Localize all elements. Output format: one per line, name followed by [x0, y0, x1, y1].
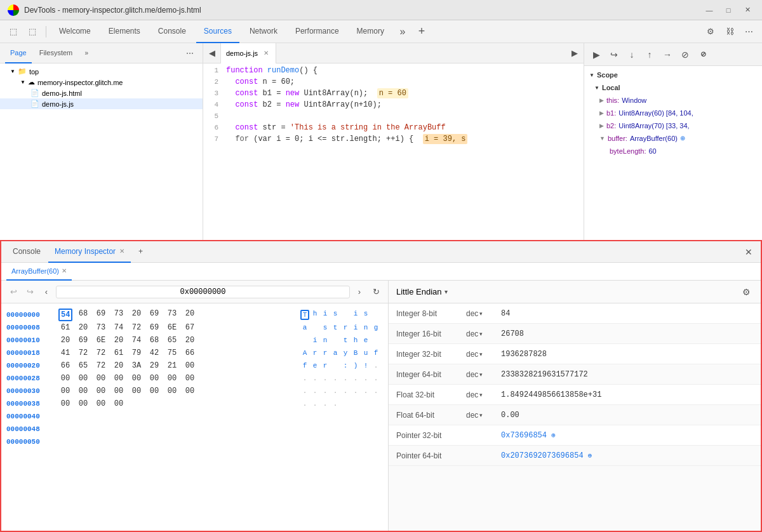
ascii-char[interactable]: . [371, 375, 380, 382]
hex-byte[interactable]: 54 [58, 309, 72, 321]
expand-icon[interactable]: ▶ [599, 121, 604, 131]
file-tab-forward-button[interactable]: ▶ [566, 43, 584, 63]
ascii-char[interactable]: f [300, 362, 309, 369]
hex-byte[interactable]: 69 [147, 323, 161, 333]
hex-byte[interactable]: 20 [183, 309, 197, 321]
ascii-char[interactable]: r [321, 362, 330, 369]
ascii-char[interactable]: . [300, 375, 309, 382]
ascii-char[interactable]: s [331, 310, 340, 320]
address-input[interactable] [56, 286, 350, 298]
ascii-char[interactable] [331, 336, 340, 344]
minimize-button[interactable]: — [702, 3, 716, 17]
inspector-format-float32[interactable]: dec▾ [466, 390, 501, 399]
ascii-char[interactable]: . [331, 375, 340, 382]
ascii-char[interactable]: . [361, 387, 370, 395]
ascii-char[interactable]: . [311, 387, 319, 395]
hex-byte[interactable]: 00 [58, 386, 72, 396]
ascii-char[interactable]: e [361, 336, 370, 344]
hex-byte[interactable]: 00 [58, 399, 72, 409]
tab-filesystem[interactable]: Filesystem [34, 43, 78, 63]
expand-icon[interactable]: ▼ [599, 133, 605, 143]
hex-byte[interactable]: 3A [130, 361, 144, 371]
hex-byte[interactable]: 21 [165, 361, 179, 371]
hex-byte[interactable]: 69 [147, 309, 161, 321]
hex-byte[interactable]: 73 [165, 309, 179, 321]
hex-byte[interactable]: 41 [58, 348, 72, 358]
ascii-char[interactable]: h [311, 310, 319, 320]
device-toggle-button[interactable]: ⬚ [24, 23, 41, 40]
settings-button[interactable]: ⚙ [702, 23, 719, 40]
ascii-char[interactable]: r [341, 324, 350, 331]
ascii-char[interactable]: i [351, 324, 360, 331]
ascii-char[interactable]: A [300, 349, 309, 357]
tab-welcome[interactable]: Welcome [51, 20, 98, 43]
tab-page[interactable]: Page [5, 43, 32, 63]
ascii-char[interactable]: . [311, 400, 319, 408]
bottom-panel-close-button[interactable]: ✕ [742, 245, 756, 259]
more-tabs-button[interactable]: » [394, 23, 411, 40]
remote-devices-button[interactable]: ⛓ [721, 23, 738, 40]
ascii-char[interactable]: . [331, 387, 340, 395]
ascii-char[interactable]: h [351, 336, 360, 344]
hex-byte[interactable]: 00 [112, 373, 126, 383]
hex-byte[interactable]: 66 [183, 348, 197, 358]
hex-byte[interactable]: 00 [112, 386, 126, 396]
more-options-button[interactable]: ⋯ [740, 23, 757, 40]
ascii-char[interactable]: a [331, 349, 340, 357]
ascii-char[interactable]: . [331, 400, 340, 408]
hex-byte[interactable]: 00 [112, 399, 126, 409]
hex-byte[interactable]: 72 [94, 348, 108, 358]
hex-byte[interactable]: 00 [130, 373, 144, 383]
inspector-format-int8[interactable]: dec▾ [466, 309, 501, 318]
expand-icon[interactable]: ▶ [599, 95, 604, 105]
ascii-char[interactable]: ! [361, 362, 370, 369]
hex-byte[interactable]: 74 [130, 335, 144, 345]
hex-byte[interactable]: 29 [147, 361, 161, 371]
hex-byte[interactable]: 73 [94, 323, 108, 333]
file-tab-js[interactable]: demo-js.js ✕ [221, 43, 276, 63]
nav-back-button[interactable]: ‹ [39, 285, 53, 299]
tab-sources[interactable]: Sources [196, 20, 239, 43]
hex-byte[interactable]: 00 [94, 373, 108, 383]
hex-byte[interactable]: 20 [58, 335, 72, 345]
ascii-char[interactable]: . [351, 375, 360, 382]
ascii-char[interactable]: a [300, 324, 309, 331]
inspector-format-float64[interactable]: dec▾ [466, 411, 501, 420]
arraybuffer-tab-close[interactable]: ✕ [62, 267, 67, 274]
dont-pause-on-exceptions-button[interactable]: ⊘ [695, 46, 711, 63]
ascii-char[interactable]: . [321, 387, 330, 395]
ascii-char[interactable]: g [371, 324, 380, 331]
file-tab-back-button[interactable]: ◀ [203, 43, 221, 63]
tree-item-js[interactable]: 📄 demo-js.js [0, 98, 203, 109]
ascii-char[interactable]: . [351, 387, 360, 395]
hex-byte[interactable]: 20 [183, 335, 197, 345]
step-over-button[interactable]: ↪ [606, 46, 622, 63]
inspector-settings-button[interactable]: ⚙ [739, 285, 753, 299]
redo-button[interactable]: ↪ [23, 285, 37, 299]
undo-button[interactable]: ↩ [6, 285, 20, 299]
tab-elements[interactable]: Elements [101, 20, 148, 43]
hex-byte[interactable]: 20 [112, 335, 126, 345]
ascii-char[interactable] [331, 362, 340, 369]
tab-memory-inspector[interactable]: Memory Inspector ✕ [48, 241, 131, 263]
ascii-char[interactable]: . [341, 375, 350, 382]
ascii-char[interactable]: s [361, 310, 370, 320]
ascii-char[interactable]: i [351, 310, 360, 320]
hex-byte[interactable]: 20 [130, 309, 144, 321]
hex-byte[interactable]: 65 [76, 361, 90, 371]
hex-byte[interactable]: 00 [165, 386, 179, 396]
ascii-char[interactable]: . [300, 387, 309, 395]
inspector-format-int64[interactable]: dec▾ [466, 370, 501, 379]
hex-byte[interactable]: 61 [112, 348, 126, 358]
ascii-char[interactable]: . [311, 375, 319, 382]
tab-performance[interactable]: Performance [288, 20, 347, 43]
tree-item-top[interactable]: ▼ 📁 top [0, 66, 203, 77]
ascii-char[interactable] [341, 310, 350, 320]
inspector-format-int32[interactable]: dec▾ [466, 350, 501, 359]
hex-byte[interactable]: 66 [58, 361, 72, 371]
ascii-char[interactable]: . [371, 387, 380, 395]
ascii-char[interactable] [300, 336, 309, 344]
hex-byte[interactable]: 72 [76, 348, 90, 358]
hex-byte[interactable]: 00 [183, 386, 197, 396]
ascii-char[interactable]: ) [351, 362, 360, 369]
